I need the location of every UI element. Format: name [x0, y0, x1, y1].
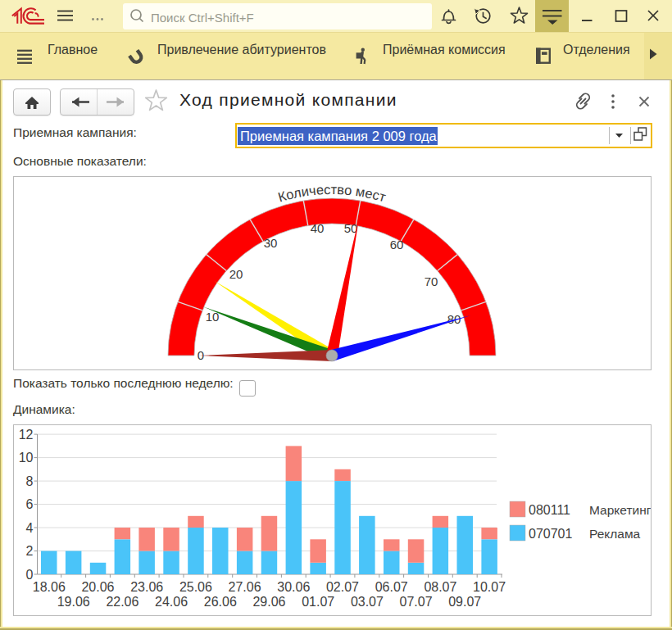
svg-text:30.06: 30.06	[277, 580, 310, 594]
svg-text:0: 0	[198, 348, 204, 362]
svg-text:22.06: 22.06	[106, 595, 138, 609]
svg-text:01.07: 01.07	[302, 595, 334, 609]
svg-text:24.06: 24.06	[155, 595, 188, 609]
svg-text:07.07: 07.07	[400, 595, 433, 609]
svg-text:29.06: 29.06	[252, 595, 285, 609]
svg-text:070701: 070701	[529, 527, 572, 541]
svg-text:4: 4	[26, 521, 34, 535]
svg-text:26.06: 26.06	[204, 595, 237, 609]
svg-text:18.06: 18.06	[33, 580, 66, 594]
svg-text:40: 40	[311, 221, 325, 235]
svg-text:02.07: 02.07	[326, 580, 359, 594]
svg-text:03.07: 03.07	[351, 595, 384, 609]
svg-text:8: 8	[26, 474, 34, 488]
svg-text:20.06: 20.06	[81, 580, 114, 594]
svg-text:27.06: 27.06	[229, 580, 261, 594]
svg-text:19.06: 19.06	[57, 595, 90, 609]
svg-text:10: 10	[19, 451, 34, 465]
svg-text:30: 30	[264, 236, 278, 250]
svg-text:06.07: 06.07	[375, 580, 408, 594]
svg-text:Реклама: Реклама	[589, 527, 641, 541]
svg-text:09.07: 09.07	[448, 595, 481, 609]
svg-text:20: 20	[229, 267, 243, 281]
svg-text:6: 6	[26, 497, 34, 511]
svg-text:08.07: 08.07	[424, 580, 456, 594]
svg-text:Маркетинг: Маркетинг	[589, 503, 651, 517]
svg-text:25.06: 25.06	[179, 580, 212, 594]
svg-text:080111: 080111	[529, 503, 570, 517]
svg-text:12: 12	[19, 428, 34, 442]
svg-text:10.07: 10.07	[473, 580, 506, 594]
svg-text:60: 60	[390, 238, 404, 252]
svg-text:2: 2	[26, 544, 34, 558]
svg-text:23.06: 23.06	[130, 580, 163, 594]
svg-text:70: 70	[425, 274, 438, 288]
